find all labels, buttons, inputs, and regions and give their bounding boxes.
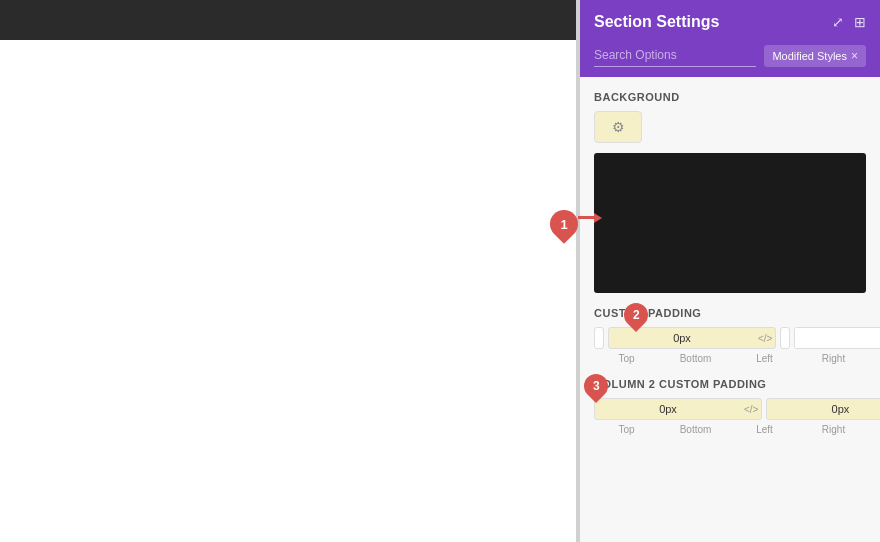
color-swatch-icon: ⚙ bbox=[612, 119, 625, 135]
link-icon-bottom[interactable]: </> bbox=[755, 333, 775, 344]
search-input[interactable] bbox=[594, 44, 756, 67]
col2-padding-top-wrap: 0px </> bbox=[594, 398, 762, 420]
padding-right-input[interactable] bbox=[795, 328, 880, 348]
padding-right-wrap: </> bbox=[794, 327, 880, 349]
canvas-area: + 1 bbox=[0, 0, 576, 542]
background-preview bbox=[594, 153, 866, 293]
col2-padding-bottom-input[interactable]: 0px bbox=[767, 399, 880, 419]
column2-padding-section: Column 2 Custom Padding 3 0px </> bbox=[594, 378, 866, 435]
expand-icon[interactable]: ⤢ bbox=[832, 14, 844, 30]
padding-bottom-input[interactable]: 0px bbox=[609, 328, 755, 348]
canvas-content bbox=[0, 40, 576, 542]
padding-top-wrap bbox=[594, 327, 604, 349]
panel-title: Section Settings bbox=[594, 13, 719, 31]
padding-bottom-input-group: 0px </> bbox=[608, 327, 776, 349]
col2-label-top: Top bbox=[594, 424, 659, 435]
padding-bottom-wrap: 0px </> bbox=[608, 327, 776, 349]
close-modified-icon[interactable]: × bbox=[851, 49, 858, 63]
padding-left-input[interactable] bbox=[780, 327, 790, 349]
custom-padding-section: Custom Padding 2 0px </> bbox=[594, 307, 866, 364]
background-color-button[interactable]: ⚙ bbox=[594, 111, 642, 143]
panel-body: Background ⚙ Custom Padding 2 bbox=[580, 77, 880, 542]
label-bottom: Bottom bbox=[663, 353, 728, 364]
background-label: Background bbox=[594, 91, 866, 103]
column2-padding-grid: 0px </> 0px </> bbox=[594, 398, 866, 420]
color-picker-row: ⚙ bbox=[594, 111, 866, 143]
settings-panel: Section Settings ⤢ ⊞ Modified Styles × B… bbox=[580, 0, 880, 542]
modified-styles-label: Modified Styles bbox=[772, 50, 847, 62]
column2-padding-label: Column 2 Custom Padding bbox=[594, 378, 866, 390]
layout-icon[interactable]: ⊞ bbox=[854, 14, 866, 30]
header-icons: ⤢ ⊞ bbox=[832, 14, 866, 30]
modified-styles-button[interactable]: Modified Styles × bbox=[764, 45, 866, 67]
custom-padding-labels: Top Bottom Left Right bbox=[594, 353, 866, 364]
col2-label-right: Right bbox=[801, 424, 866, 435]
column2-padding-labels: Top Bottom Left Right bbox=[594, 424, 866, 435]
background-section: Background ⚙ bbox=[594, 91, 866, 293]
col2-label-left: Left bbox=[732, 424, 797, 435]
label-left: Left bbox=[732, 353, 797, 364]
label-right: Right bbox=[801, 353, 866, 364]
col2-padding-top-input[interactable]: 0px bbox=[595, 399, 741, 419]
label-top: Top bbox=[594, 353, 659, 364]
panel-header: Section Settings ⤢ ⊞ bbox=[580, 0, 880, 44]
custom-padding-grid: 0px </> </> bbox=[594, 327, 866, 349]
col2-label-bottom: Bottom bbox=[663, 424, 728, 435]
custom-padding-label: Custom Padding bbox=[594, 307, 866, 319]
search-row: Modified Styles × bbox=[580, 44, 880, 77]
col2-padding-top-group: 0px </> bbox=[594, 398, 762, 420]
padding-right-input-group: </> bbox=[794, 327, 880, 349]
col2-padding-bottom-group: 0px </> bbox=[766, 398, 880, 420]
col2-padding-bottom-wrap: 0px </> bbox=[766, 398, 880, 420]
padding-left-wrap bbox=[780, 327, 790, 349]
col2-link-icon-top[interactable]: </> bbox=[741, 404, 761, 415]
padding-top-input[interactable] bbox=[594, 327, 604, 349]
